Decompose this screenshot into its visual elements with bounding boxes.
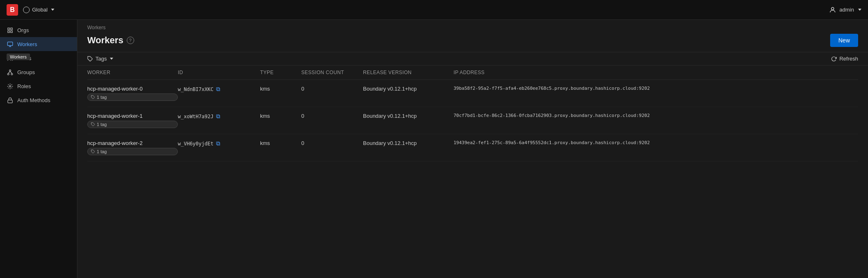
- tags-label: Tags: [95, 56, 107, 62]
- copy-icon-2[interactable]: ⧉: [216, 140, 220, 147]
- sidebar-item-orgs[interactable]: Orgs: [0, 23, 77, 37]
- top-nav: B Global admin: [0, 0, 868, 20]
- sidebar-item-workers[interactable]: Workers Workers: [0, 37, 77, 51]
- sidebar-item-workers-label: Workers: [17, 41, 37, 47]
- worker-name-0: hcp-managed-worker-0: [87, 86, 178, 92]
- new-button[interactable]: New: [830, 34, 858, 47]
- sidebar-item-auth-methods[interactable]: Auth Methods: [0, 93, 77, 107]
- chevron-down-icon: [51, 9, 54, 11]
- worker-session-1: 0: [301, 113, 363, 119]
- refresh-icon: [831, 56, 837, 62]
- svg-rect-1: [7, 28, 9, 29]
- table-row[interactable]: hcp-managed-worker-1 1 tag w_xoWtH7a92J …: [87, 107, 858, 134]
- svg-line-11: [10, 71, 12, 73]
- sidebar-item-groups-label: Groups: [17, 69, 35, 75]
- svg-rect-4: [10, 30, 12, 32]
- worker-id-1: w_xoWtH7a92J ⧉: [178, 113, 260, 120]
- tag-small-icon: [91, 95, 95, 99]
- worker-ip-2: 19439ea2-fef1-275c-89a5-6a4f95552dc1.pro…: [454, 140, 858, 145]
- sidebar-item-auth-label: Auth Methods: [17, 97, 50, 103]
- col-session-count: Session Count: [301, 70, 363, 75]
- svg-point-8: [7, 73, 9, 75]
- svg-point-12: [9, 85, 11, 87]
- refresh-label: Refresh: [839, 56, 858, 62]
- main-layout: Orgs Workers Workers Users: [0, 20, 868, 278]
- svg-point-0: [831, 7, 834, 10]
- worker-name-2: hcp-managed-worker-2: [87, 140, 178, 146]
- page-header: Workers ? New: [77, 30, 868, 52]
- tag-icon: [87, 56, 93, 62]
- worker-type-0: kms: [260, 86, 301, 92]
- worker-version-1: Boundary v0.12.1+hcp: [363, 113, 454, 119]
- tags-filter-button[interactable]: Tags: [87, 56, 113, 62]
- global-label: Global: [32, 7, 48, 13]
- copy-icon-0[interactable]: ⧉: [216, 86, 220, 93]
- table-row[interactable]: hcp-managed-worker-0 1 tag w_NdnBI7xXKC …: [87, 80, 858, 107]
- app-logo[interactable]: B: [7, 4, 18, 16]
- svg-rect-5: [7, 42, 13, 45]
- svg-point-9: [11, 73, 13, 75]
- workers-icon: [7, 41, 13, 47]
- sidebar-item-roles[interactable]: Roles: [0, 79, 77, 93]
- col-worker: Worker: [87, 70, 178, 75]
- worker-cell-0: hcp-managed-worker-0 1 tag: [87, 86, 178, 101]
- col-id: ID: [178, 70, 260, 75]
- breadcrumb: Workers: [77, 20, 868, 30]
- worker-id-text-1: w_xoWtH7a92J: [178, 114, 214, 119]
- tags-chevron-icon: [110, 58, 113, 60]
- tag-small-icon: [91, 122, 95, 126]
- worker-id-text-2: w_VH6y0yjdEt: [178, 141, 214, 147]
- refresh-button[interactable]: Refresh: [831, 56, 858, 62]
- worker-version-0: Boundary v0.12.1+hcp: [363, 86, 454, 92]
- grid-icon: [7, 27, 13, 33]
- workers-tooltip: Workers: [7, 54, 30, 60]
- worker-id-text-0: w_NdnBI7xXKC: [178, 86, 214, 92]
- worker-id-2: w_VH6y0yjdEt ⧉: [178, 140, 260, 147]
- auth-icon: [7, 97, 13, 103]
- worker-ip-1: 70cf7bd1-bcfe-86c2-1366-0fcba7162903.pro…: [454, 113, 858, 118]
- user-icon: [829, 6, 836, 14]
- worker-id-0: w_NdnBI7xXKC ⧉: [178, 86, 260, 93]
- roles-icon: [7, 83, 13, 89]
- tag-badge-1[interactable]: 1 tag: [87, 121, 178, 128]
- tag-badge-0[interactable]: 1 tag: [87, 93, 178, 101]
- worker-name-1: hcp-managed-worker-1: [87, 113, 178, 119]
- sidebar: Orgs Workers Workers Users: [0, 20, 77, 278]
- worker-cell-1: hcp-managed-worker-1 1 tag: [87, 113, 178, 128]
- globe-icon: [23, 7, 30, 13]
- tag-badge-2[interactable]: 1 tag: [87, 148, 178, 155]
- main-content: Workers Workers ? New Tags: [77, 20, 868, 278]
- svg-line-10: [8, 71, 10, 73]
- help-icon[interactable]: ?: [127, 37, 134, 44]
- global-selector[interactable]: Global: [23, 7, 54, 13]
- top-nav-left: B Global: [7, 4, 54, 16]
- table-header: Worker ID Type Session Count Release Ver…: [87, 65, 858, 80]
- worker-session-2: 0: [301, 140, 363, 146]
- col-ip-address: IP Address: [454, 70, 858, 75]
- user-menu[interactable]: admin: [829, 6, 861, 14]
- workers-table: Worker ID Type Session Count Release Ver…: [77, 65, 868, 161]
- sidebar-item-roles-label: Roles: [17, 83, 31, 89]
- page-title: Workers: [87, 35, 123, 46]
- svg-rect-2: [10, 28, 12, 29]
- table-row[interactable]: hcp-managed-worker-2 1 tag w_VH6y0yjdEt …: [87, 134, 858, 161]
- groups-icon: [7, 69, 13, 75]
- tag-count-1: 1 tag: [97, 122, 107, 127]
- tag-count-2: 1 tag: [97, 149, 107, 154]
- copy-icon-1[interactable]: ⧉: [216, 113, 220, 120]
- user-label: admin: [840, 7, 854, 13]
- col-type: Type: [260, 70, 301, 75]
- svg-rect-3: [7, 30, 9, 32]
- page-title-row: Workers ?: [87, 35, 134, 46]
- worker-ip-0: 39ba58f2-95a2-f7f5-afa4-eb260ee768c5.pro…: [454, 86, 858, 91]
- tag-small-icon: [91, 150, 95, 154]
- col-release-version: Release Version: [363, 70, 454, 75]
- worker-session-0: 0: [301, 86, 363, 92]
- toolbar: Tags Refresh: [77, 52, 868, 65]
- worker-type-1: kms: [260, 113, 301, 119]
- sidebar-item-groups[interactable]: Groups: [0, 65, 77, 79]
- svg-point-7: [9, 70, 11, 71]
- worker-type-2: kms: [260, 140, 301, 146]
- worker-version-2: Boundary v0.12.1+hcp: [363, 140, 454, 146]
- svg-rect-13: [7, 100, 12, 103]
